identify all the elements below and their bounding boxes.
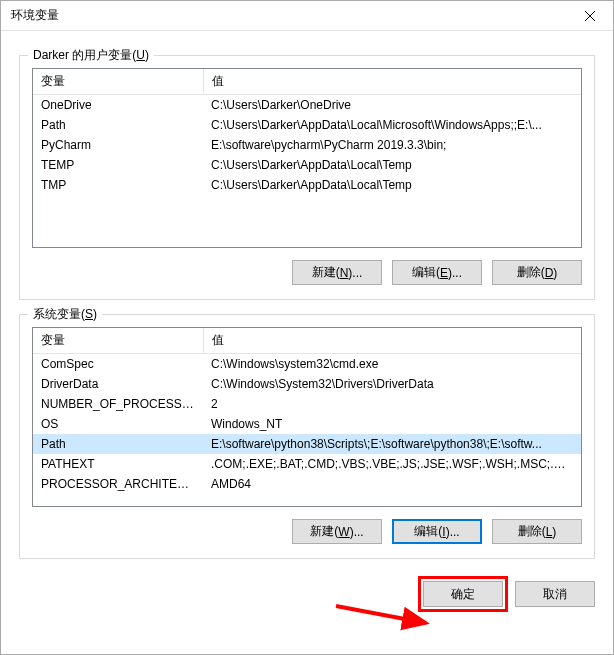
table-row[interactable]: PathC:\Users\Darker\AppData\Local\Micros…: [33, 115, 581, 135]
column-header-value[interactable]: 值: [203, 69, 581, 95]
table-row[interactable]: NUMBER_OF_PROCESSORS2: [33, 394, 581, 414]
var-value-cell: .COM;.EXE;.BAT;.CMD;.VBS;.VBE;.JS;.JSE;.…: [203, 454, 581, 474]
var-name-cell: TMP: [33, 175, 203, 195]
table-row[interactable]: PathE:\software\python38\Scripts\;E:\sof…: [33, 434, 581, 454]
system-edit-button[interactable]: 编辑(I)...: [392, 519, 482, 544]
var-name-cell: OS: [33, 414, 203, 434]
var-name-cell: DriverData: [33, 374, 203, 394]
cancel-button[interactable]: 取消: [515, 581, 595, 607]
table-row[interactable]: ComSpecC:\Windows\system32\cmd.exe: [33, 354, 581, 375]
column-header-value[interactable]: 值: [203, 328, 581, 354]
user-vars-label: Darker 的用户变量(U): [28, 47, 154, 64]
system-vars-table: 变量 值 ComSpecC:\Windows\system32\cmd.exeD…: [33, 328, 581, 507]
var-name-cell: Path: [33, 434, 203, 454]
close-button[interactable]: [567, 1, 613, 31]
column-header-name[interactable]: 变量: [33, 328, 203, 354]
user-vars-table-wrap[interactable]: 变量 值 OneDriveC:\Users\Darker\OneDrivePat…: [32, 68, 582, 248]
table-row[interactable]: TEMPC:\Users\Darker\AppData\Local\Temp: [33, 155, 581, 175]
dialog-title: 环境变量: [11, 7, 59, 24]
table-row[interactable]: PyCharmE:\software\pycharm\PyCharm 2019.…: [33, 135, 581, 155]
table-row[interactable]: DriverDataC:\Windows\System32\Drivers\Dr…: [33, 374, 581, 394]
var-value-cell: E:\software\python38\Scripts\;E:\softwar…: [203, 434, 581, 454]
system-vars-label: 系统变量(S): [28, 306, 102, 323]
var-value-cell: AMD64: [203, 474, 581, 494]
var-value-cell: C:\Users\Darker\AppData\Local\Temp: [203, 175, 581, 195]
table-row[interactable]: OneDriveC:\Users\Darker\OneDrive: [33, 95, 581, 116]
user-vars-table: 变量 值 OneDriveC:\Users\Darker\OneDrivePat…: [33, 69, 581, 195]
table-row[interactable]: PROCESSOR_ARCHITECT...AMD64: [33, 474, 581, 494]
system-vars-buttons: 新建(W)... 编辑(I)... 删除(L): [32, 519, 582, 544]
var-value-cell: 2: [203, 394, 581, 414]
var-value-cell: C:\Windows\system32\cmd.exe: [203, 354, 581, 375]
system-delete-button[interactable]: 删除(L): [492, 519, 582, 544]
var-name-cell: ComSpec: [33, 354, 203, 375]
var-name-cell: PATHEXT: [33, 454, 203, 474]
var-value-cell: Windows_NT: [203, 414, 581, 434]
close-icon: [585, 11, 595, 21]
var-value-cell: C:\Windows\System32\Drivers\DriverData: [203, 374, 581, 394]
table-row[interactable]: PATHEXT.COM;.EXE;.BAT;.CMD;.VBS;.VBE;.JS…: [33, 454, 581, 474]
var-value-cell: C:\Users\Darker\AppData\Local\Temp: [203, 155, 581, 175]
var-value-cell: C:\Users\Darker\OneDrive: [203, 95, 581, 116]
user-delete-button[interactable]: 删除(D): [492, 260, 582, 285]
var-name-cell: Path: [33, 115, 203, 135]
table-row[interactable]: OSWindows_NT: [33, 414, 581, 434]
var-name-cell: PROCESSOR_ARCHITECT...: [33, 474, 203, 494]
ok-button[interactable]: 确定: [423, 581, 503, 607]
system-new-button[interactable]: 新建(W)...: [292, 519, 382, 544]
column-header-name[interactable]: 变量: [33, 69, 203, 95]
var-value-cell: C:\Users\Darker\AppData\Local\Microsoft\…: [203, 115, 581, 135]
var-name-cell: OneDrive: [33, 95, 203, 116]
dialog-bottom-buttons: 确定 取消: [19, 581, 595, 607]
var-name-cell: TEMP: [33, 155, 203, 175]
var-name-cell: NUMBER_OF_PROCESSORS: [33, 394, 203, 414]
env-vars-dialog: 环境变量 Darker 的用户变量(U) 变量 值: [0, 0, 614, 655]
user-edit-button[interactable]: 编辑(E)...: [392, 260, 482, 285]
var-value-cell: E:\software\pycharm\PyCharm 2019.3.3\bin…: [203, 135, 581, 155]
user-new-button[interactable]: 新建(N)...: [292, 260, 382, 285]
system-vars-group: 系统变量(S) 变量 值 ComSpecC:\Windows\system32\…: [19, 314, 595, 559]
var-name-cell: PyCharm: [33, 135, 203, 155]
table-row[interactable]: TMPC:\Users\Darker\AppData\Local\Temp: [33, 175, 581, 195]
user-vars-group: Darker 的用户变量(U) 变量 值 OneDriveC:\Users\Da…: [19, 55, 595, 300]
user-vars-buttons: 新建(N)... 编辑(E)... 删除(D): [32, 260, 582, 285]
titlebar: 环境变量: [1, 1, 613, 31]
system-vars-table-wrap[interactable]: 变量 值 ComSpecC:\Windows\system32\cmd.exeD…: [32, 327, 582, 507]
